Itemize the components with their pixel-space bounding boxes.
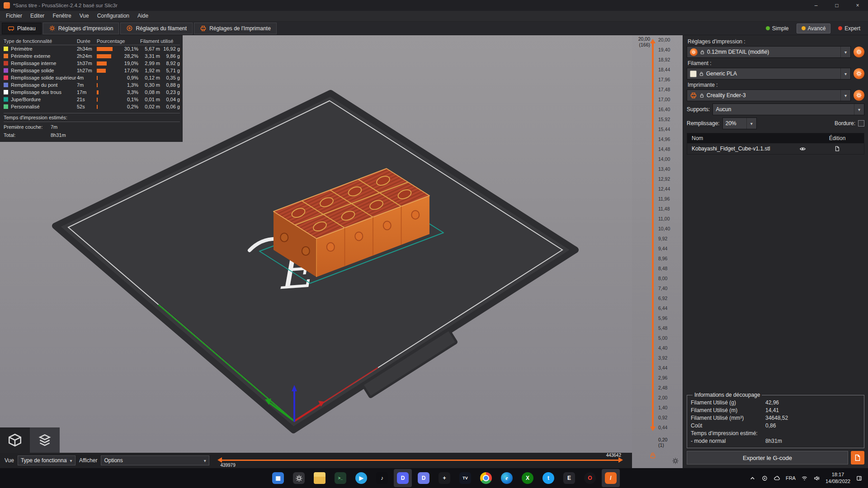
tab-plateau[interactable]: Plateau	[2, 23, 42, 34]
legend-cell: 4m	[77, 75, 97, 80]
legend-header: Pourcentage	[97, 38, 140, 44]
opera-icon[interactable]: O	[581, 469, 599, 487]
icon-glyph: X	[526, 475, 529, 481]
infill-value: 20%	[726, 120, 744, 127]
notion-plus-icon[interactable]: +	[435, 469, 453, 487]
settings-icon[interactable]	[290, 469, 308, 487]
feature-color-swatch	[4, 83, 8, 87]
mode-dot	[766, 26, 770, 30]
supports-select[interactable]: Aucun ▾	[712, 103, 864, 115]
chrome-icon[interactable]	[477, 469, 495, 487]
printer-select[interactable]: Creality Ender-3 ▾	[687, 89, 851, 101]
epic-icon[interactable]: E	[560, 469, 578, 487]
wifi-icon[interactable]	[801, 475, 808, 482]
layer-tick: 17,48	[658, 87, 670, 92]
eye-icon[interactable]	[799, 145, 806, 152]
prusaslicer-icon[interactable]: /	[602, 469, 620, 487]
edit-print-settings-button[interactable]	[854, 47, 864, 57]
menu-item-2[interactable]: Fenêtre	[48, 11, 75, 21]
layer-slider[interactable]: 20,00 (166) 20,0019,4018,9218,4417,9617,…	[632, 35, 683, 468]
mode-dot	[838, 26, 842, 30]
legend-cell: 2h24m	[77, 53, 97, 59]
language-indicator[interactable]: FRA	[786, 475, 796, 481]
export-gcode-button[interactable]: Exporter le G-code	[687, 451, 848, 465]
volume-icon[interactable]	[813, 475, 820, 482]
close-button[interactable]: ×	[847, 0, 868, 11]
telegram-icon[interactable]: ▶	[352, 469, 370, 487]
tab-label: Réglages de l'Imprimante	[209, 25, 271, 32]
tab-printer-settings[interactable]: Réglages de l'Imprimante	[194, 23, 277, 34]
explorer-icon[interactable]	[311, 469, 329, 487]
tiktok-icon[interactable]: ♪	[373, 469, 391, 487]
filament-select[interactable]: Generic PLA ▾	[687, 68, 851, 80]
horizontal-range-slider[interactable]: 443642 439979	[213, 453, 627, 468]
mode-button-2[interactable]: Expert	[833, 23, 865, 33]
layer-tick: 10,40	[658, 226, 670, 231]
notifications-icon[interactable]	[856, 475, 863, 482]
tradingview-icon[interactable]: TV	[456, 469, 474, 487]
tabbar: Plateau Réglages d'Impression Réglages d…	[0, 22, 868, 35]
edge-icon[interactable]: e	[498, 469, 516, 487]
onedrive-icon[interactable]	[774, 475, 780, 482]
total-label: Total:	[4, 132, 51, 138]
xbox-gamebar-icon[interactable]	[761, 475, 768, 482]
layer-slider-track[interactable]	[652, 41, 654, 429]
date: 14/08/2022	[826, 478, 850, 485]
chevron-down-icon: ▾	[67, 458, 75, 463]
feature-color-swatch	[4, 54, 8, 58]
viewport-3d[interactable]: E	[0, 35, 632, 468]
maximize-button[interactable]: □	[826, 0, 847, 11]
info-row: Filament Utilisé (m)14,41	[691, 407, 860, 414]
prusaslicer-icon-art: /	[605, 472, 617, 484]
layer-tick: 17,96	[658, 77, 670, 82]
layer-tick: 11,96	[658, 196, 670, 202]
edit-printer-button[interactable]	[854, 90, 864, 101]
hslider-track[interactable]	[220, 460, 620, 461]
clock[interactable]: 18:17 14/08/2022	[826, 471, 850, 485]
chevron-up-icon[interactable]	[749, 475, 756, 482]
prusaslicer-window: *Sans titre - PrusaSlicer-2.4.2 basé sur…	[0, 0, 868, 488]
edit-filament-button[interactable]	[854, 68, 864, 79]
vue-label: Vue	[5, 457, 14, 464]
layer-tick: 0,92	[658, 415, 670, 420]
edit-object-icon[interactable]	[834, 145, 840, 152]
mode-button-1[interactable]: Avancé	[797, 23, 831, 33]
object-row[interactable]: Kobayashi_Fidget_Cube-v1.1.stl	[687, 143, 864, 154]
minimize-button[interactable]: –	[806, 0, 826, 11]
store-icon[interactable]: ▦	[269, 469, 287, 487]
feature-color-swatch	[4, 104, 8, 109]
menu-item-5[interactable]: Aide	[133, 11, 152, 21]
start-button-art	[251, 472, 263, 484]
legend-cell: 7m	[77, 82, 97, 88]
lock-icon	[700, 49, 705, 55]
editor-view-button[interactable]	[0, 427, 30, 453]
show-options-select[interactable]: Options ▾	[101, 455, 209, 465]
menu-item-1[interactable]: Editer	[26, 11, 48, 21]
brim-checkbox[interactable]	[858, 120, 864, 127]
print-settings-select[interactable]: 0.12mm DETAIL (modifié) ▾	[687, 46, 851, 58]
lock-icon[interactable]	[649, 452, 656, 459]
xbox-icon[interactable]: X	[519, 469, 537, 487]
discord-icon[interactable]: D	[394, 469, 412, 487]
terminal-icon[interactable]: >_	[331, 469, 349, 487]
twitter-icon[interactable]: t	[539, 469, 557, 487]
layer-tick: 6,92	[658, 296, 670, 301]
info-row: Temps d'impression estimé:	[691, 430, 860, 437]
start-button[interactable]	[248, 469, 266, 487]
menu-item-4[interactable]: Configuration	[93, 11, 133, 21]
legend-cell: 8,92 g	[162, 61, 182, 66]
mode-button-0[interactable]: Simple	[761, 23, 794, 33]
view-type-select[interactable]: Type de fonctionnalité ▾	[18, 455, 75, 465]
discord-alt-icon[interactable]: D	[415, 469, 433, 487]
infill-select[interactable]: 20% ▾	[722, 117, 757, 129]
slider-gear-icon[interactable]	[672, 457, 679, 465]
menu-item-0[interactable]: Fichier	[2, 11, 26, 21]
supports-value: Aucun	[716, 106, 852, 113]
tab-filament-settings[interactable]: Réglages du filament	[120, 23, 193, 34]
view-switch	[0, 427, 60, 453]
preview-view-button[interactable]	[30, 427, 60, 453]
tab-print-settings[interactable]: Réglages d'Impression	[43, 23, 119, 34]
legend-cell: 0,1%	[122, 97, 140, 102]
menu-item-3[interactable]: Vue	[75, 11, 93, 21]
export-gcode-icon-button[interactable]	[851, 451, 864, 465]
